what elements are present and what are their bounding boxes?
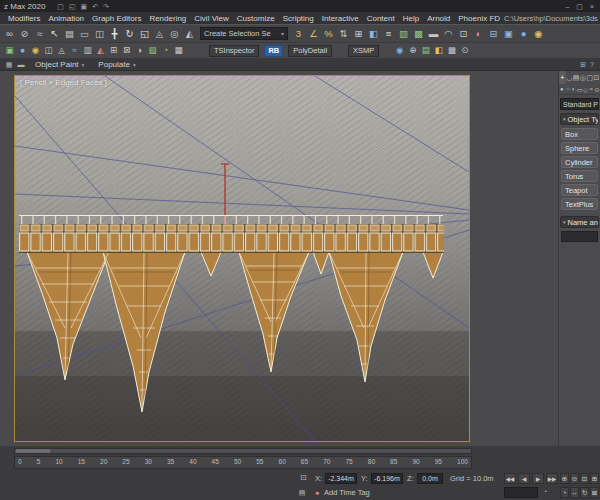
xsmp-button[interactable]: XSMP [348,45,379,57]
plugin-paint-icon[interactable]: ◭ [94,44,107,57]
systems-category-icon[interactable]: ⊙ [594,86,600,93]
add-time-tag[interactable]: Add Time Tag [324,488,370,497]
plugin-cloth-icon[interactable]: ▧ [146,44,159,57]
sphere-button[interactable]: Sphere [561,142,598,154]
select-move-icon[interactable]: ╋ [107,26,122,41]
modify-tab-icon[interactable]: ◡ [566,71,573,84]
select-rotate-icon[interactable]: ↻ [122,26,137,41]
display-tab-icon[interactable]: ▢ [586,71,593,84]
select-scale-icon[interactable]: ◱ [137,26,152,41]
box-button[interactable]: Box [561,128,598,140]
object-type-rollout[interactable]: Object Type [560,113,599,125]
align-icon[interactable]: ≡ [381,26,396,41]
zoom-icon[interactable]: ⊕ [560,473,569,484]
select-manipulate-icon[interactable]: ◭ [182,26,197,41]
restore-icon[interactable]: ▢ [576,3,583,10]
render-production-icon[interactable]: ● [516,26,531,41]
plugin-tools-icon[interactable]: ⊠ [120,44,133,57]
plugin-wave-icon[interactable]: ≈ [68,44,81,57]
play-button-icon[interactable]: ▶ [532,473,544,484]
rect-selection-icon[interactable]: ▭ [77,26,92,41]
zoom-all-icon[interactable]: ⊙ [570,473,579,484]
perspective-viewport[interactable]: [ Pencil + Edged Faces ] [14,75,470,442]
redo-icon[interactable]: ↷ [103,3,109,10]
unlink-icon[interactable]: ⊘ [17,26,32,41]
snap-toggle-icon[interactable]: 3 [291,26,306,41]
angle-snap-icon[interactable]: ∠ [306,26,321,41]
rb-button[interactable]: RB [264,45,283,57]
physx-icon[interactable]: ▤ [419,44,432,57]
plugin-camera-icon[interactable]: ◫ [42,44,55,57]
layer-explorer-icon[interactable]: ▩ [411,26,426,41]
menu-item[interactable]: Scripting [279,14,318,23]
x-coordinate-field[interactable]: -2.344m [325,473,357,484]
object-name-field[interactable] [561,231,598,242]
named-selection-set-dropdown[interactable]: Create Selection Se [200,27,288,40]
menu-item[interactable]: Customize [233,14,279,23]
selection-lock-icon[interactable]: ⊡ [300,474,307,482]
orbit-icon[interactable]: ↻ [580,487,589,498]
maximize-viewport-icon[interactable]: ⊠ [590,487,599,498]
ribbon-config-icon[interactable]: ▦ [3,61,15,69]
time-slider[interactable] [14,448,472,454]
scene-explorer-icon[interactable]: ▥ [396,26,411,41]
menu-item[interactable]: Animation [44,14,88,23]
zoom-extents-icon[interactable]: ⊡ [580,473,589,484]
bake-icon[interactable]: ◧ [432,44,445,57]
time-config-icon[interactable]: ◔ [543,488,547,495]
open-file-icon[interactable]: ◱ [69,3,76,10]
plugin-graph-icon[interactable]: ▥ [81,44,94,57]
menu-item[interactable]: Rendering [145,14,190,23]
y-coordinate-field[interactable]: -6.196m [371,473,403,484]
rendered-frame-icon[interactable]: ▣ [501,26,516,41]
material-editor-icon[interactable]: ◐ [471,26,486,41]
plugin-morph-icon[interactable]: ◑ [133,44,146,57]
utilities-tab-icon[interactable]: ⊡ [593,71,600,84]
menu-item[interactable]: Content [363,14,399,23]
motion-tab-icon[interactable]: ◎ [579,71,586,84]
particles-icon[interactable]: ⊕ [406,44,419,57]
hierarchy-tab-icon[interactable]: ▤ [573,71,580,84]
select-place-icon[interactable]: ◬ [152,26,167,41]
new-scene-icon[interactable]: ▢ [57,3,64,10]
schematic-view-icon[interactable]: ⊡ [456,26,471,41]
minimize-icon[interactable]: – [565,3,569,10]
percent-snap-icon[interactable]: % [321,26,336,41]
close-icon[interactable]: × [590,3,594,10]
viewport-canvas[interactable] [15,76,469,441]
plugin-fx-icon[interactable]: ◔ [159,44,172,57]
select-by-name-icon[interactable]: ▤ [62,26,77,41]
textplus-button[interactable]: TextPlus [561,198,598,210]
go-to-start-icon[interactable]: ◀◀ [504,473,516,484]
plugin-sphere-icon[interactable]: ● [16,44,29,57]
ribbon-tab[interactable]: Object Paint [29,60,90,69]
select-link-icon[interactable]: ∞ [2,26,17,41]
time-slider-handle[interactable] [16,449,50,453]
create-tab-icon[interactable]: + [559,71,566,84]
render-setup-icon[interactable]: ⊟ [486,26,501,41]
save-file-icon[interactable]: ▣ [81,3,88,10]
ribbon-help-icon[interactable]: ? [590,61,594,69]
current-frame-field[interactable] [504,487,538,498]
mirror-icon[interactable]: ◧ [366,26,381,41]
menu-item[interactable]: Modifiers [4,14,44,23]
cylinder-button[interactable]: Cylinder [561,156,598,168]
teapot-button[interactable]: Teapot [561,184,598,196]
menu-item[interactable]: Phoenix FD [454,14,504,23]
tsinspector-button[interactable]: TSInspector [209,45,259,57]
primitive-category-dropdown[interactable]: Standard Primitives [560,98,599,110]
window-crossing-icon[interactable]: ◫ [92,26,107,41]
menu-item[interactable]: Graph Editors [88,14,145,23]
track-bar[interactable]: 0510152025303540455055606570758085909510… [14,456,472,469]
ribbon-tab[interactable]: Populate [92,60,141,69]
curve-editor-icon[interactable]: ◠ [441,26,456,41]
menu-item[interactable]: Civil View [190,14,233,23]
undo-icon[interactable]: ↶ [92,3,98,10]
previous-frame-icon[interactable]: ◀ [518,473,530,484]
pan-icon[interactable]: ↔ [570,487,579,498]
misc-tool-icon[interactable]: ⊙ [458,44,471,57]
spinner-snap-icon[interactable]: ⇅ [336,26,351,41]
ribbon-minimize-icon[interactable]: ▬ [15,61,27,69]
zoom-region-icon[interactable]: ⊞ [590,473,599,484]
bind-spacewarp-icon[interactable]: ≈ [32,26,47,41]
